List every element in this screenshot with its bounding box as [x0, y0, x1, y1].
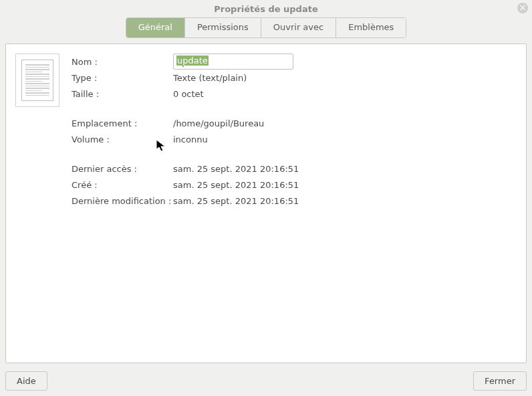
content-frame: Nom : update Type : Texte (text/plain) T… [5, 43, 527, 363]
tab-open-with[interactable]: Ouvrir avec [261, 18, 336, 37]
label-volume: Volume : [72, 134, 173, 144]
tab-permissions[interactable]: Permissions [185, 18, 261, 37]
label-name: Nom : [72, 57, 173, 67]
row-volume: Volume : inconnu [72, 131, 517, 147]
label-type: Type : [72, 73, 173, 83]
label-modified: Dernière modification : [72, 196, 173, 206]
value-created: sam. 25 sept. 2021 20:16:51 [173, 180, 517, 190]
window-title: Propriétés de update [214, 4, 317, 14]
name-input-wrap: update [173, 54, 517, 70]
row-created: Créé : sam. 25 sept. 2021 20:16:51 [72, 177, 517, 193]
value-modified: sam. 25 sept. 2021 20:16:51 [173, 196, 517, 206]
file-icon[interactable] [15, 54, 59, 107]
value-location: /home/goupil/Bureau [173, 118, 517, 128]
tab-general[interactable]: Général [126, 18, 185, 37]
titlebar: Propriétés de update [0, 0, 532, 17]
close-button[interactable]: Fermer [473, 371, 527, 391]
row-modified: Dernière modification : sam. 25 sept. 20… [72, 193, 517, 209]
value-size: 0 octet [173, 89, 517, 99]
label-accessed: Dernier accès : [72, 164, 173, 174]
row-type: Type : Texte (text/plain) [72, 70, 517, 86]
label-location: Emplacement : [72, 118, 173, 128]
tab-emblems[interactable]: Emblèmes [336, 18, 406, 37]
row-accessed: Dernier accès : sam. 25 sept. 2021 20:16… [72, 161, 517, 177]
label-size: Taille : [72, 89, 173, 99]
row-size: Taille : 0 octet [72, 86, 517, 102]
properties-panel: Nom : update Type : Texte (text/plain) T… [72, 54, 517, 353]
row-name: Nom : update [72, 54, 517, 70]
text-file-icon [21, 60, 53, 101]
value-type: Texte (text/plain) [173, 73, 517, 83]
value-volume: inconnu [173, 134, 517, 144]
label-created: Créé : [72, 180, 173, 190]
value-accessed: sam. 25 sept. 2021 20:16:51 [173, 164, 517, 174]
name-input[interactable] [173, 54, 293, 70]
tabs-row: Général Permissions Ouvrir avec Emblèmes [0, 17, 532, 38]
actions-bar: Aide Fermer [5, 371, 527, 391]
tabs: Général Permissions Ouvrir avec Emblèmes [126, 17, 407, 38]
close-icon[interactable] [517, 3, 528, 13]
help-button[interactable]: Aide [5, 371, 47, 391]
row-location: Emplacement : /home/goupil/Bureau [72, 115, 517, 131]
